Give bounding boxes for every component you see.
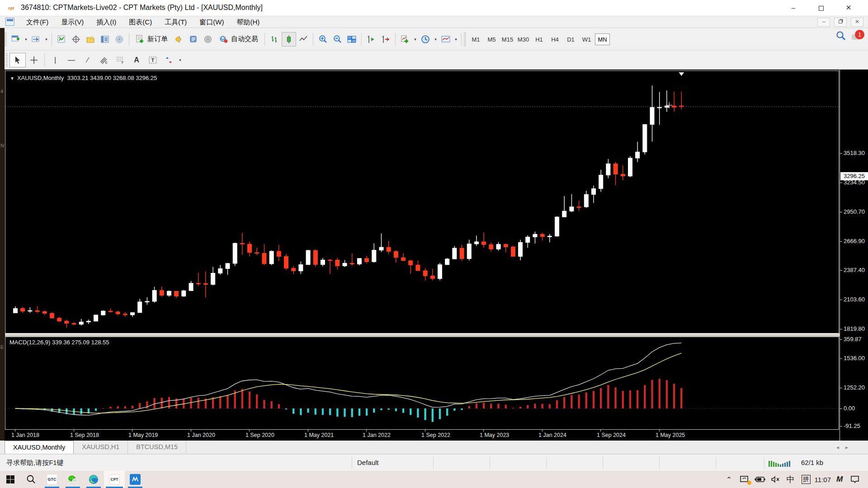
pane-splitter[interactable]: [5, 333, 868, 337]
price-chart-pane[interactable]: ▼XAUUSD,Monthly 3303.21 3439.00 3268.08 …: [5, 70, 839, 333]
menu-item-5[interactable]: 窗口(W): [193, 16, 230, 28]
periods-dropdown[interactable]: ▾: [433, 32, 439, 47]
toolbar-grip[interactable]: [5, 33, 7, 46]
auto-scroll-icon: [367, 35, 376, 44]
taskbar-app-wechat[interactable]: [62, 471, 83, 488]
action-center-icon[interactable]: [848, 471, 862, 488]
search-icon[interactable]: [835, 30, 846, 41]
depth-of-market-button[interactable]: [112, 32, 127, 47]
arrows-tool[interactable]: [161, 53, 177, 67]
menu-item-4[interactable]: 工具(T): [158, 16, 193, 28]
zoom-in-button[interactable]: [316, 32, 330, 47]
signals-button[interactable]: [201, 32, 215, 47]
taskbar-app-edge[interactable]: [83, 471, 104, 488]
timeframe-m15[interactable]: M15: [500, 33, 515, 45]
chart-tab-btcusd-m15[interactable]: BTCUSD,M15: [128, 441, 186, 454]
status-profile[interactable]: Default: [357, 459, 379, 466]
timeframe-m5[interactable]: M5: [484, 33, 499, 45]
indicators-dropdown[interactable]: ▾: [412, 32, 418, 47]
price-axis[interactable]: 3518.30 3234.50 2950.70 2666.90 2387.40 …: [840, 70, 868, 441]
time-axis[interactable]: 1 Jan 2018 1 Sep 2018 1 May 2019 1 Jan 2…: [5, 430, 839, 441]
announcement-button[interactable]: [172, 32, 186, 47]
tab-scroll-arrows[interactable]: ◂▸: [836, 444, 854, 450]
minimize-button[interactable]: –: [783, 0, 804, 16]
taskbar-clock[interactable]: 11:07: [815, 471, 831, 488]
chart-tab-xauusd-h1[interactable]: XAUUSD,H1: [74, 441, 128, 454]
new-chart-button[interactable]: [9, 32, 23, 47]
crosshair-tool[interactable]: [26, 53, 42, 67]
title-bar: cpt 3674810: CPTMarkets-Live02 - CPT Mar…: [0, 0, 868, 16]
metaeditor-button[interactable]: [186, 32, 201, 47]
macd-indicator-pane[interactable]: MACD(12,26,9) 339.36 275.09 128.55: [5, 337, 839, 430]
zoom-out-button[interactable]: [330, 32, 344, 47]
battery-icon[interactable]: [753, 471, 767, 488]
timeframe-m1[interactable]: M1: [468, 33, 483, 45]
indicators-button[interactable]: [398, 32, 412, 47]
close-button[interactable]: ✕: [838, 0, 859, 16]
horizontal-line-tool[interactable]: —: [63, 53, 80, 67]
chart-shift-button[interactable]: [378, 32, 393, 47]
taskbar-app-m[interactable]: [125, 471, 146, 488]
ime-mode-indicator[interactable]: 拼: [799, 471, 813, 488]
taskbar-search-button[interactable]: [21, 471, 42, 488]
arrows-dropdown[interactable]: ▾: [177, 53, 183, 67]
periods-button[interactable]: [418, 32, 433, 47]
timeframe-toolbar-grip[interactable]: [464, 33, 466, 46]
display-sync-icon[interactable]: [738, 471, 751, 488]
vertical-line-tool[interactable]: |: [47, 53, 63, 67]
menu-item-6[interactable]: 帮助(H): [230, 16, 266, 28]
profiles-dropdown[interactable]: ▾: [43, 32, 49, 47]
auto-scroll-button[interactable]: [364, 32, 378, 47]
navigator-button[interactable]: [69, 32, 83, 47]
timeframe-h1[interactable]: H1: [532, 33, 547, 45]
timeframe-mn[interactable]: MN: [595, 33, 610, 45]
menu-item-1[interactable]: 显示(V): [55, 16, 90, 28]
candlestick-chart[interactable]: [5, 71, 839, 333]
menu-item-2[interactable]: 插入(I): [90, 16, 123, 28]
taskbar-app-cpt[interactable]: CPT: [104, 471, 125, 488]
menu-item-3[interactable]: 图表(C): [123, 16, 158, 28]
tray-expand-chevron[interactable]: ⌃: [722, 471, 736, 488]
timeframe-w1[interactable]: W1: [579, 33, 594, 45]
candle-chart-type-button[interactable]: [282, 32, 296, 47]
menu-item-0[interactable]: 文件(F): [20, 16, 55, 28]
tile-windows-button[interactable]: [344, 32, 359, 47]
cursor-tool[interactable]: [9, 53, 26, 67]
ime-language-indicator[interactable]: 中: [784, 471, 797, 488]
child-restore-button[interactable]: [834, 18, 847, 27]
notification-badge[interactable]: 1: [851, 30, 864, 42]
system-tray: ⌃ 中 拼 11:07 M: [722, 471, 868, 488]
taskbar-app-gtc[interactable]: GTC: [42, 471, 62, 488]
auto-trading-button[interactable]: 自动交易: [215, 32, 262, 47]
timeframe-d1[interactable]: D1: [563, 33, 578, 45]
strategy-tester-button[interactable]: [98, 32, 112, 47]
macd-chart[interactable]: [5, 337, 839, 429]
macd-header[interactable]: MACD(12,26,9) 339.36 275.09 128.55: [9, 339, 109, 346]
volume-muted-icon[interactable]: [769, 471, 782, 488]
chevron-down-icon[interactable]: ▼: [10, 76, 14, 81]
start-button[interactable]: [0, 471, 21, 488]
profiles-button[interactable]: [29, 32, 43, 47]
new-order-button[interactable]: 新订单: [132, 32, 172, 47]
text-tool[interactable]: A: [128, 53, 145, 67]
trendline-tool[interactable]: ∕: [80, 53, 96, 67]
terminal-button[interactable]: [83, 32, 98, 47]
child-close-button[interactable]: ✕: [851, 18, 863, 27]
metatrader-tray-icon[interactable]: M: [833, 471, 846, 488]
text-label-tool[interactable]: T: [145, 53, 161, 67]
timeframe-m30[interactable]: M30: [516, 33, 531, 45]
chart-tab-xauusd-monthly[interactable]: XAUUSD,Monthly: [5, 441, 74, 454]
fibonacci-tool[interactable]: F: [112, 53, 128, 67]
templates-dropdown[interactable]: ▾: [453, 32, 459, 47]
drawing-toolbar-grip[interactable]: [5, 53, 8, 67]
bar-chart-type-button[interactable]: [267, 32, 282, 47]
child-minimize-button[interactable]: –: [817, 18, 830, 27]
maximize-button[interactable]: [811, 0, 831, 16]
new-chart-dropdown[interactable]: ▾: [23, 32, 29, 47]
templates-button[interactable]: [439, 32, 453, 47]
timeframe-h4[interactable]: H4: [547, 33, 562, 45]
market-watch-button[interactable]: [54, 32, 69, 47]
equidistant-channel-tool[interactable]: E: [96, 53, 112, 67]
chart-header[interactable]: ▼XAUUSD,Monthly 3303.21 3439.00 3268.08 …: [10, 75, 157, 81]
line-chart-type-button[interactable]: [296, 32, 311, 47]
